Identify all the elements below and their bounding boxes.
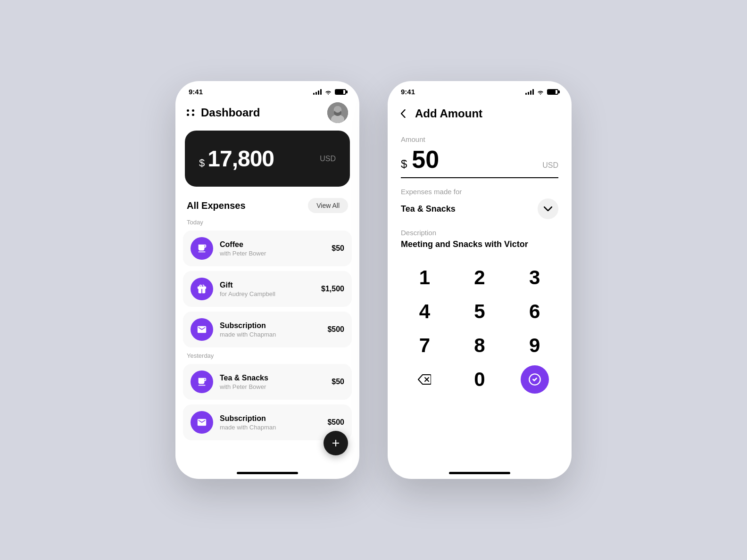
battery-icon: [335, 89, 346, 95]
numpad-4[interactable]: 4: [397, 295, 452, 329]
tea-sub: with Peter Bower: [220, 383, 325, 390]
tea-name: Tea & Snacks: [220, 374, 325, 382]
expense-item-tea[interactable]: Tea & Snacks with Peter Bower $50: [183, 364, 352, 400]
coffee-sub: with Peter Bower: [220, 250, 325, 257]
subscription-yesterday-sub: made with Chapman: [220, 424, 321, 431]
today-label: Today: [175, 219, 359, 231]
balance-dollar-sign: $: [199, 157, 205, 169]
mail2-icon: [197, 417, 207, 428]
numpad-6[interactable]: 6: [507, 295, 562, 329]
header-left: Dashboard: [187, 106, 260, 119]
add-expense-fab[interactable]: [324, 431, 348, 455]
amount-section: Amount $ 50 USD: [388, 128, 572, 178]
status-time: 9:41: [189, 88, 203, 96]
expense-item-gift[interactable]: Gift for Audrey Campbell $1,500: [183, 271, 352, 307]
yesterday-label: Yesterday: [175, 352, 359, 364]
mail2-icon-bg: [191, 411, 213, 434]
signal-icon: [313, 89, 322, 95]
expenses-for-section: Expenses made for Tea & Snacks: [388, 178, 572, 219]
balance-currency: USD: [320, 155, 336, 163]
right-status-bar: 9:41: [388, 81, 572, 98]
subscription-today-info: Subscription made with Chapman: [220, 321, 321, 338]
right-battery-icon: [547, 89, 558, 95]
mail-icon-bg: [191, 318, 213, 341]
expense-list-yesterday: Tea & Snacks with Peter Bower $50 Subscr…: [175, 364, 359, 440]
amount-value: 50: [412, 147, 538, 172]
description-label: Description: [401, 229, 558, 237]
phone-header: Dashboard: [175, 98, 359, 131]
subscription-yesterday-amount: $500: [327, 418, 344, 427]
balance-amount: $ 17,800: [199, 146, 274, 172]
description-section: Description Meeting and Snacks with Vict…: [388, 219, 572, 249]
coffee-name: Coffee: [220, 240, 325, 249]
subscription-today-name: Subscription: [220, 321, 321, 330]
amount-label: Amount: [401, 135, 558, 143]
wifi-icon: [324, 89, 332, 95]
back-chevron-icon: [401, 109, 406, 118]
status-bar: 9:41: [175, 81, 359, 98]
amount-currency: USD: [542, 161, 558, 170]
gift-name: Gift: [220, 281, 315, 289]
right-status-icons: [525, 89, 558, 95]
numpad: 1 2 3 4 5 6 7 8 9 0: [388, 249, 572, 406]
subscription-yesterday-name: Subscription: [220, 414, 321, 423]
avatar[interactable]: [327, 102, 348, 123]
numpad-5[interactable]: 5: [452, 295, 507, 329]
numpad-8[interactable]: 8: [452, 329, 507, 362]
tea-info: Tea & Snacks with Peter Bower: [220, 374, 325, 390]
amount-display: $ 50 USD: [401, 147, 558, 178]
coffee-amount: $50: [332, 244, 344, 253]
status-icons: [313, 89, 346, 95]
confirm-check-icon: [528, 373, 541, 386]
chevron-down-icon: [544, 206, 552, 211]
gift-icon-bg: [191, 278, 213, 300]
expense-list-today: Coffee with Peter Bower $50 Gift for Aud…: [175, 231, 359, 347]
tea-coffee-icon: [197, 377, 207, 387]
amount-dollar-sign: $: [401, 157, 407, 171]
subscription-today-sub: made with Chapman: [220, 331, 321, 338]
backspace-icon: [418, 374, 431, 385]
numpad-7[interactable]: 7: [397, 329, 452, 362]
mail-icon: [197, 324, 207, 335]
expense-item-coffee[interactable]: Coffee with Peter Bower $50: [183, 231, 352, 266]
numpad-backspace[interactable]: [397, 362, 452, 396]
gift-amount: $1,500: [321, 285, 344, 293]
right-phone: 9:41 Add Amount Amount $ 50 USD: [388, 81, 572, 479]
numpad-9[interactable]: 9: [507, 329, 562, 362]
expenses-for-dropdown[interactable]: [538, 198, 558, 219]
menu-icon[interactable]: [187, 109, 195, 116]
back-button[interactable]: [399, 107, 407, 120]
svg-point-4: [334, 106, 341, 113]
numpad-confirm[interactable]: [507, 362, 562, 396]
expenses-for-value: Tea & Snacks: [401, 204, 456, 214]
gift-icon: [197, 284, 207, 294]
subscription-today-amount: $500: [327, 325, 344, 334]
coffee-icon-bg: [191, 237, 213, 260]
right-signal-icon: [525, 89, 534, 95]
right-wifi-icon: [537, 89, 544, 95]
coffee-info: Coffee with Peter Bower: [220, 240, 325, 257]
expenses-for-label: Expenses made for: [401, 188, 558, 196]
all-expenses-title: All Expenses: [187, 200, 246, 211]
subscription-yesterday-info: Subscription made with Chapman: [220, 414, 321, 431]
balance-number: 17,800: [208, 146, 274, 172]
gift-info: Gift for Audrey Campbell: [220, 281, 315, 297]
expense-item-subscription-today[interactable]: Subscription made with Chapman $500: [183, 312, 352, 347]
numpad-1[interactable]: 1: [397, 261, 452, 295]
left-phone: 9:41 Dashboard: [175, 81, 359, 479]
home-indicator: [237, 472, 298, 474]
gift-sub: for Audrey Campbell: [220, 290, 315, 297]
coffee-icon: [197, 243, 207, 254]
view-all-button[interactable]: View All: [308, 198, 348, 213]
tea-amount: $50: [332, 378, 344, 386]
balance-card: $ 17,800 USD: [185, 131, 350, 187]
numpad-0[interactable]: 0: [452, 362, 507, 396]
dashboard-title: Dashboard: [201, 106, 260, 119]
numpad-2[interactable]: 2: [452, 261, 507, 295]
tea-icon-bg: [191, 371, 213, 393]
section-header: All Expenses View All: [175, 198, 359, 219]
right-home-indicator: [449, 472, 510, 474]
numpad-3[interactable]: 3: [507, 261, 562, 295]
expenses-for-row: Tea & Snacks: [401, 198, 558, 219]
add-amount-header: Add Amount: [388, 98, 572, 128]
